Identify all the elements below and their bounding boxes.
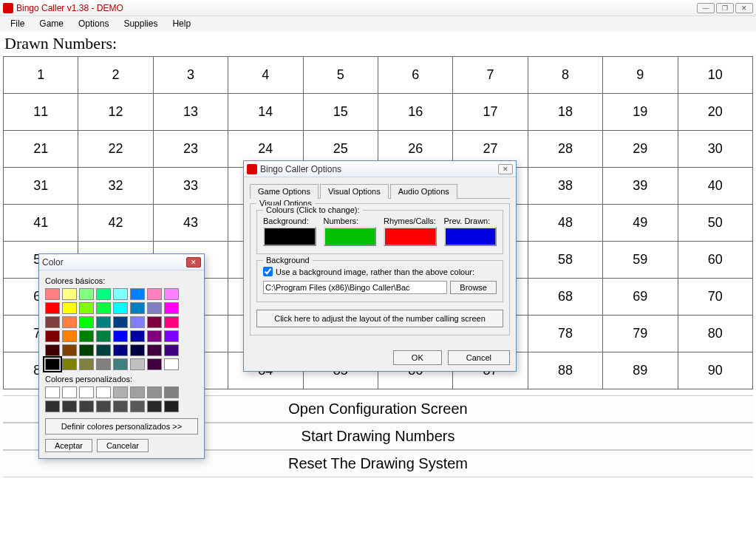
basic-color-swatch[interactable] <box>130 302 145 314</box>
basic-color-swatch[interactable] <box>164 344 179 356</box>
color-close-button[interactable]: ✕ <box>186 257 201 268</box>
options-close-button[interactable]: ✕ <box>498 164 513 174</box>
menu-game[interactable]: Game <box>32 17 71 30</box>
custom-color-swatch[interactable] <box>45 401 60 412</box>
basic-color-swatch[interactable] <box>113 344 128 356</box>
basic-color-swatch[interactable] <box>45 316 60 328</box>
basic-color-swatch[interactable] <box>130 288 145 300</box>
tab-visual-options[interactable]: Visual Options <box>320 184 389 199</box>
basic-color-swatch[interactable] <box>62 316 77 328</box>
number-cell: 42 <box>78 205 153 242</box>
number-cell: 49 <box>603 205 678 242</box>
custom-color-swatch[interactable] <box>164 386 179 398</box>
custom-color-swatch[interactable] <box>62 386 77 398</box>
basic-color-swatch[interactable] <box>79 302 94 314</box>
basic-color-swatch[interactable] <box>130 330 145 342</box>
basic-color-swatch[interactable] <box>147 344 162 356</box>
basic-color-swatch[interactable] <box>45 288 60 300</box>
options-ok-button[interactable]: OK <box>393 350 442 365</box>
basic-color-swatch[interactable] <box>164 358 179 370</box>
custom-color-swatch[interactable] <box>96 386 111 398</box>
menu-help[interactable]: Help <box>165 17 198 30</box>
custom-color-swatch[interactable] <box>62 401 77 412</box>
custom-color-swatch[interactable] <box>45 386 60 398</box>
basic-color-swatch[interactable] <box>62 330 77 342</box>
rhymes-colour-button[interactable] <box>384 227 437 246</box>
basic-color-swatch[interactable] <box>164 288 179 300</box>
basic-color-swatch[interactable] <box>113 316 128 328</box>
numbers-colour-button[interactable] <box>324 227 377 246</box>
colours-legend: Colours (Click to change): <box>263 205 363 214</box>
number-cell: 12 <box>78 94 153 131</box>
basic-color-swatch[interactable] <box>79 358 94 370</box>
basic-color-swatch[interactable] <box>113 330 128 342</box>
custom-color-swatch[interactable] <box>147 386 162 398</box>
basic-color-swatch[interactable] <box>45 344 60 356</box>
basic-color-swatch[interactable] <box>45 302 60 314</box>
basic-color-swatch[interactable] <box>45 330 60 342</box>
basic-color-swatch[interactable] <box>62 344 77 356</box>
define-custom-colors-button[interactable]: Definir colores personalizados >> <box>45 418 198 435</box>
color-accept-button[interactable]: Aceptar <box>45 439 92 452</box>
basic-color-swatch[interactable] <box>79 316 94 328</box>
basic-color-swatch[interactable] <box>147 302 162 314</box>
use-bg-image-checkbox[interactable] <box>263 267 273 276</box>
basic-color-swatch[interactable] <box>147 316 162 328</box>
color-cancel-button[interactable]: Cancelar <box>97 439 149 452</box>
basic-color-swatch[interactable] <box>79 288 94 300</box>
options-cancel-button[interactable]: Cancel <box>448 350 510 365</box>
maximize-button[interactable]: ❐ <box>716 3 734 13</box>
adjust-layout-button[interactable]: Click here to adjust the layout of the n… <box>256 310 503 327</box>
number-cell: 88 <box>528 352 602 389</box>
basic-color-swatch[interactable] <box>147 358 162 370</box>
basic-color-swatch[interactable] <box>147 330 162 342</box>
basic-colors-label: Colores básicos: <box>45 276 198 285</box>
minimize-button[interactable]: — <box>697 3 715 13</box>
basic-color-swatch[interactable] <box>96 316 111 328</box>
basic-color-swatch[interactable] <box>130 316 145 328</box>
custom-color-swatch[interactable] <box>96 401 111 412</box>
basic-color-swatch[interactable] <box>113 302 128 314</box>
number-cell: 90 <box>678 352 752 389</box>
menu-supplies[interactable]: Supplies <box>116 17 165 30</box>
custom-color-swatch[interactable] <box>113 386 128 398</box>
custom-color-swatch[interactable] <box>130 386 145 398</box>
browse-button[interactable]: Browse <box>450 281 497 294</box>
basic-color-swatch[interactable] <box>130 344 145 356</box>
custom-color-swatch[interactable] <box>130 401 145 412</box>
custom-color-swatch[interactable] <box>79 386 94 398</box>
tab-audio-options[interactable]: Audio Options <box>390 184 457 199</box>
basic-color-swatch[interactable] <box>164 330 179 342</box>
custom-color-swatch[interactable] <box>164 401 179 412</box>
close-button[interactable]: ✕ <box>735 3 753 13</box>
custom-color-swatch[interactable] <box>113 401 128 412</box>
basic-color-swatch[interactable] <box>164 316 179 328</box>
basic-color-swatch[interactable] <box>164 302 179 314</box>
number-cell: 58 <box>528 242 602 279</box>
custom-color-swatch[interactable] <box>147 401 162 412</box>
menu-file[interactable]: File <box>3 17 32 30</box>
basic-color-swatch[interactable] <box>96 358 111 370</box>
basic-color-swatch[interactable] <box>96 330 111 342</box>
basic-color-swatch[interactable] <box>62 302 77 314</box>
basic-color-swatch[interactable] <box>113 288 128 300</box>
basic-color-swatch[interactable] <box>79 330 94 342</box>
prev-drawn-colour-button[interactable] <box>444 227 497 246</box>
basic-color-swatch[interactable] <box>79 344 94 356</box>
bg-path-input[interactable] <box>263 281 447 294</box>
number-cell: 8 <box>528 57 602 94</box>
menu-options[interactable]: Options <box>71 17 116 30</box>
basic-color-swatch[interactable] <box>45 358 60 370</box>
basic-color-swatch[interactable] <box>62 358 77 370</box>
basic-color-swatch[interactable] <box>130 358 145 370</box>
basic-color-swatch[interactable] <box>147 288 162 300</box>
color-dialog-title: Color <box>42 257 186 268</box>
basic-color-swatch[interactable] <box>62 288 77 300</box>
tab-game-options[interactable]: Game Options <box>250 184 319 199</box>
basic-color-swatch[interactable] <box>96 344 111 356</box>
basic-color-swatch[interactable] <box>113 358 128 370</box>
basic-color-swatch[interactable] <box>96 288 111 300</box>
custom-color-swatch[interactable] <box>79 401 94 412</box>
background-colour-button[interactable] <box>263 227 316 246</box>
basic-color-swatch[interactable] <box>96 302 111 314</box>
